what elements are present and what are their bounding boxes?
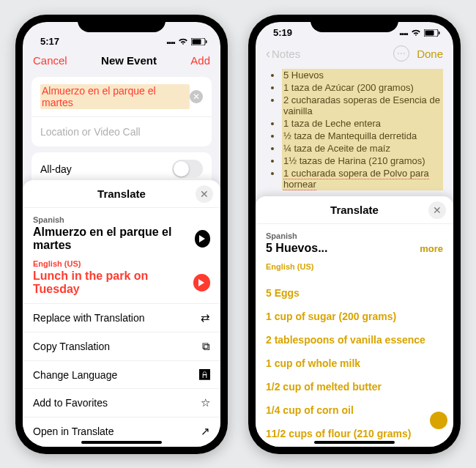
nav-bar: Cancel New Event Add <box>23 50 220 71</box>
wifi-icon <box>178 38 188 47</box>
translation-line: 2 tablespoons of vanilla essence <box>266 328 443 352</box>
translate-sheet: Translate ✕ Spanish 5 Huevos... more Eng… <box>256 196 453 447</box>
wifi-icon <box>411 29 421 38</box>
home-indicator[interactable] <box>314 441 395 444</box>
external-link-icon: ↗ <box>201 425 210 438</box>
translation-line: 5 Eggs <box>266 281 443 305</box>
copy-translation-button[interactable]: Copy Translation ⧉ <box>23 333 220 361</box>
sheet-title: Translate <box>330 204 379 216</box>
add-favorites-button[interactable]: Add to Favorites ☆ <box>23 389 220 417</box>
list-item: 1 taza de Azúcar (200 gramos) <box>282 81 443 94</box>
signal-icon: ▪▪▪▪ <box>399 29 408 38</box>
source-text: 5 Huevos... <box>266 242 327 255</box>
translate-sheet: Translate ✕ Spanish Almuerzo en el parqu… <box>23 180 220 447</box>
change-language-button[interactable]: Change Language 🅰 <box>23 361 220 389</box>
play-target-button[interactable] <box>193 274 210 291</box>
event-title-input[interactable]: Almuerzo en el parque el martes <box>40 84 190 109</box>
status-time: 5:17 <box>40 36 59 47</box>
list-item: ¼ taza de Aceite de maíz <box>282 142 443 155</box>
play-source-button[interactable] <box>195 230 210 248</box>
copy-icon: ⧉ <box>202 340 210 353</box>
language-icon: 🅰 <box>199 368 210 381</box>
notch <box>310 15 398 32</box>
list-item: 1 cucharada sopera de Polvo para hornear <box>282 167 443 190</box>
svg-rect-5 <box>439 31 440 34</box>
more-options-button[interactable]: ⋯ <box>393 45 409 62</box>
cancel-button[interactable]: Cancel <box>33 54 67 67</box>
battery-icon <box>191 38 207 47</box>
list-item: 5 Huevos <box>282 69 443 81</box>
source-text: Almuerzo en el parque el martes <box>33 226 195 252</box>
more-button[interactable]: more <box>420 243 443 254</box>
translation-line: 1/2 cup of melted butter <box>266 375 443 398</box>
close-sheet-button[interactable]: ✕ <box>196 185 213 203</box>
note-body[interactable]: 5 Huevos 1 taza de Azúcar (200 gramos) 2… <box>256 66 453 196</box>
action-button[interactable] <box>430 412 447 429</box>
list-item: 2 cucharadas soperas de Esencia de vaini… <box>282 94 443 117</box>
allday-toggle[interactable] <box>172 160 203 178</box>
sheet-title: Translate <box>97 187 146 200</box>
translation-line: 1/4 cup of corn oil <box>266 398 443 422</box>
close-sheet-button[interactable]: ✕ <box>428 201 446 219</box>
list-item: 1 taza de Leche entera <box>282 117 443 130</box>
star-icon: ☆ <box>201 396 210 409</box>
iphone-notes: 5:19 ▪▪▪▪ ‹ Notes ⋯ Done <box>248 15 461 454</box>
allday-label: All-day <box>40 163 72 175</box>
back-button[interactable]: ‹ Notes <box>266 46 300 62</box>
target-language: English (US) <box>266 262 443 271</box>
status-right: ▪▪▪▪ <box>166 38 207 47</box>
replace-icon: ⇄ <box>201 311 210 324</box>
translation-line: 1 cup of whole milk <box>266 352 443 375</box>
home-indicator[interactable] <box>81 441 162 444</box>
svg-rect-4 <box>425 31 434 36</box>
chevron-left-icon: ‹ <box>266 46 270 62</box>
add-button[interactable]: Add <box>190 54 210 67</box>
status-right: ▪▪▪▪ <box>399 29 440 38</box>
replace-translation-button[interactable]: Replace with Translation ⇄ <box>23 304 220 333</box>
location-input[interactable]: Location or Video Call <box>40 126 141 138</box>
iphone-calendar: 5:17 ▪▪▪▪ Cancel New Event Add Almuerzo … <box>15 15 228 454</box>
battery-icon <box>424 29 440 38</box>
translation-line: 1 cup of sugar (200 grams) <box>266 305 443 328</box>
list-item: 1½ tazas de Harina (210 gramos) <box>282 155 443 167</box>
list-item: ½ taza de Mantequilla derretida <box>282 130 443 142</box>
nav-bar: ‹ Notes ⋯ Done <box>256 41 453 66</box>
status-time: 5:19 <box>273 27 292 38</box>
source-language: Spanish <box>266 231 443 240</box>
done-button[interactable]: Done <box>417 48 443 60</box>
translation-list: 5 Eggs 1 cup of sugar (200 grams) 2 tabl… <box>256 278 453 445</box>
target-language: English (US) <box>33 259 210 268</box>
target-text: Lunch in the park on Tuesday <box>33 270 193 296</box>
source-language: Spanish <box>33 215 210 224</box>
nav-title: New Event <box>101 54 157 67</box>
clear-title-icon[interactable]: ✕ <box>190 90 203 103</box>
notch <box>78 15 166 32</box>
signal-icon: ▪▪▪▪ <box>166 38 175 47</box>
svg-rect-2 <box>206 40 207 43</box>
svg-rect-1 <box>193 40 201 45</box>
